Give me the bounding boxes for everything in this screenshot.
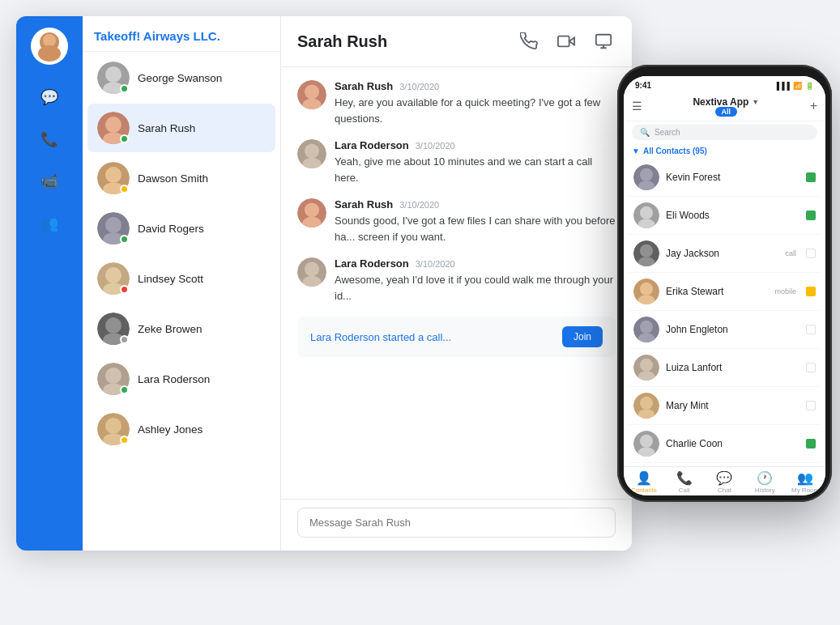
phone-contact-status bbox=[806, 287, 816, 296]
phone-contact-item[interactable]: Kevin Forest bbox=[629, 159, 821, 197]
screen-share-icon[interactable] bbox=[591, 29, 616, 53]
phone-contact-status bbox=[806, 439, 816, 449]
contact-avatar-wrap bbox=[97, 62, 130, 94]
phone-tab-history[interactable]: 🕐 History bbox=[744, 470, 785, 494]
phone-add-icon[interactable]: + bbox=[810, 99, 817, 113]
contact-item-sarah[interactable]: Sarah Rush bbox=[87, 104, 275, 152]
contact-name: Sarah Rush bbox=[138, 122, 195, 134]
phone-tab-contacts[interactable]: 👤 Contacts bbox=[624, 470, 664, 494]
message-row: Lara Roderson 3/10/2020 Awesome, yeah I'… bbox=[297, 257, 616, 304]
message-content: Lara Roderson 3/10/2020 Awesome, yeah I'… bbox=[335, 257, 616, 304]
contact-item-george[interactable]: George Swanson bbox=[87, 53, 275, 102]
chevron-down-icon: ▼ bbox=[632, 147, 640, 155]
status-dot bbox=[120, 235, 129, 244]
chat-messages: Sarah Rush 3/10/2020 Hey, are you availa… bbox=[281, 67, 632, 499]
signal-icon: ▐▐▐ bbox=[774, 82, 790, 90]
svg-point-54 bbox=[640, 283, 653, 295]
phone-contact-item[interactable]: Eli Woods bbox=[629, 197, 821, 235]
contact-item-dawson[interactable]: Dawson Smith bbox=[87, 154, 275, 202]
message-text: Hey, are you available for a quick meeti… bbox=[335, 95, 616, 126]
phone-contact-name: Mary Mint bbox=[666, 400, 799, 411]
message-input[interactable] bbox=[297, 508, 616, 538]
contact-name: George Swanson bbox=[138, 72, 222, 84]
phone-tab-label-chat: Chat bbox=[718, 487, 731, 494]
phone-contact-status bbox=[806, 325, 816, 334]
svg-point-60 bbox=[640, 359, 653, 372]
phone-contact-item[interactable]: Jay Jackson call bbox=[629, 235, 821, 273]
chat-header: Sarah Rush bbox=[281, 16, 632, 67]
sidebar-phone-icon[interactable]: 📞 bbox=[32, 121, 67, 157]
phone-tab-call[interactable]: 📞 Call bbox=[664, 470, 705, 494]
phone-contact-item[interactable]: Charlie Coon bbox=[629, 425, 821, 463]
phone-status-icons: ▐▐▐ 📶 🔋 bbox=[774, 82, 814, 90]
status-dot bbox=[120, 285, 129, 294]
contact-item-zeke[interactable]: Zeke Browen bbox=[87, 304, 275, 353]
svg-point-25 bbox=[105, 418, 122, 434]
phone-tab-icon-myroom: 👥 bbox=[797, 470, 813, 486]
phone-contact-name: Jay Jackson bbox=[666, 248, 778, 259]
join-call-button[interactable]: Join bbox=[562, 326, 603, 347]
svg-point-7 bbox=[105, 117, 122, 133]
contact-avatar-wrap bbox=[97, 112, 130, 144]
contact-name: Lindsey Scott bbox=[138, 273, 203, 285]
phone-contact-name: Luiza Lanfort bbox=[666, 362, 799, 373]
phone-contact-item[interactable]: Mary Mint bbox=[629, 387, 821, 425]
phone-menu-icon[interactable]: ☰ bbox=[632, 100, 642, 113]
phone-contact-status bbox=[806, 210, 816, 220]
sidebar-messages-icon[interactable]: 💬 bbox=[32, 79, 67, 115]
phone-contact-badge: mobile bbox=[774, 287, 796, 295]
phone-search[interactable]: 🔍 Search bbox=[632, 125, 817, 140]
phone-contact-item[interactable]: Erika Stewart mobile bbox=[629, 273, 821, 311]
contact-item-ashley[interactable]: Ashley Jones bbox=[87, 405, 275, 453]
sidebar-video-icon[interactable]: 📹 bbox=[32, 164, 67, 199]
contact-panel: Takeoff! Airways LLC. George Swanson Sar… bbox=[83, 16, 281, 551]
contact-name: Dawson Smith bbox=[138, 172, 208, 185]
status-dot bbox=[120, 134, 129, 143]
phone-contact-list: Kevin Forest Eli Woods Jay Jackson call … bbox=[624, 159, 825, 466]
message-avatar bbox=[297, 257, 326, 287]
phone-contact-item[interactable]: John Engleton bbox=[629, 311, 821, 349]
phone-contact-avatar bbox=[633, 431, 659, 457]
contact-name: Zeke Browen bbox=[138, 323, 203, 335]
chat-input-area bbox=[281, 499, 632, 551]
phone-dropdown-icon[interactable]: ▼ bbox=[752, 98, 759, 106]
phone-search-icon: 🔍 bbox=[640, 128, 650, 137]
phone-tab-label-contacts: Contacts bbox=[631, 487, 657, 494]
phone-tab-icon-call: 📞 bbox=[676, 470, 693, 486]
status-dot bbox=[120, 185, 129, 193]
phone-tab-myroom[interactable]: 👥 My Room bbox=[785, 470, 825, 494]
phone-app-header: ☰ Nextiva App ▼ All + bbox=[624, 93, 825, 121]
svg-point-16 bbox=[105, 267, 122, 283]
company-logo[interactable] bbox=[31, 28, 68, 65]
message-text: Sounds good, I've got a few files I can … bbox=[335, 213, 616, 244]
contact-item-lindsey[interactable]: Lindsey Scott bbox=[87, 254, 275, 303]
message-sender: Sarah Rush bbox=[335, 198, 393, 210]
message-time: 3/10/2020 bbox=[416, 259, 455, 269]
desktop-app: 💬 📞 📹 👥 Takeoff! Airways LLC. George Swa… bbox=[16, 16, 632, 551]
message-sender: Lara Roderson bbox=[335, 139, 409, 151]
svg-point-51 bbox=[640, 244, 653, 257]
message-time: 3/10/2020 bbox=[399, 200, 439, 210]
message-meta: Lara Roderson 3/10/2020 bbox=[335, 257, 616, 270]
video-call-icon[interactable] bbox=[554, 29, 578, 53]
svg-point-39 bbox=[305, 202, 319, 217]
phone-contact-item[interactable]: Luiza Lanfort bbox=[629, 349, 821, 387]
phone-tab-bar: 👤 Contacts 📞 Call 💬 Chat 🕐 History 👥 My … bbox=[624, 466, 825, 495]
phone-tab-chat[interactable]: 💬 Chat bbox=[705, 470, 745, 494]
message-row: Sarah Rush 3/10/2020 Hey, are you availa… bbox=[297, 80, 616, 126]
phone-tab-icon-chat: 💬 bbox=[716, 470, 732, 486]
svg-point-1 bbox=[43, 34, 56, 47]
contact-item-david[interactable]: David Rogers bbox=[87, 204, 275, 253]
contact-avatar-wrap bbox=[97, 212, 130, 244]
call-event-text: Lara Roderson started a call... bbox=[310, 331, 451, 343]
svg-rect-29 bbox=[596, 35, 611, 45]
message-avatar bbox=[297, 80, 326, 109]
phone-call-icon[interactable] bbox=[517, 29, 541, 53]
contact-item-lara[interactable]: Lara Roderson bbox=[87, 355, 275, 403]
phone-tab-label-history: History bbox=[755, 487, 775, 494]
all-pill[interactable]: All bbox=[715, 107, 738, 117]
sidebar-contacts-icon[interactable]: 👥 bbox=[32, 206, 67, 241]
phone-time: 9:41 bbox=[635, 81, 651, 90]
phone-contact-badge: call bbox=[785, 249, 796, 257]
contact-avatar-wrap bbox=[97, 413, 130, 445]
